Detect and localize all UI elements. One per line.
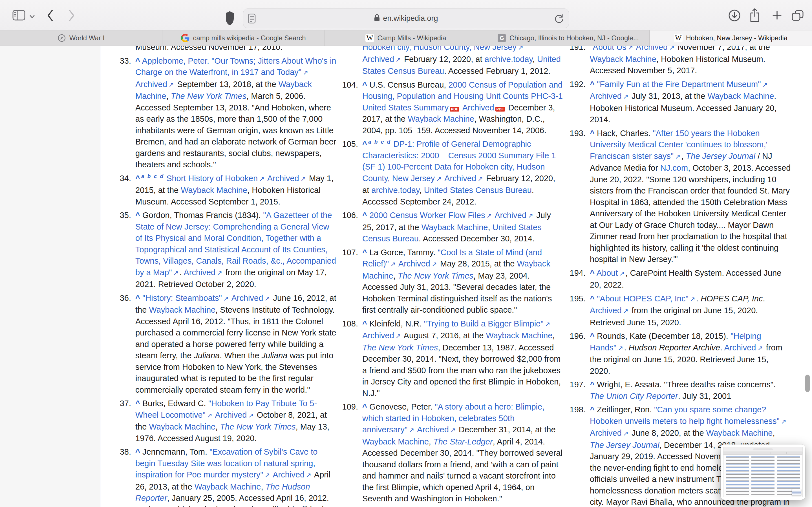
reference-link[interactable]: Archived [495,211,526,220]
wikipedia-favicon: W [365,34,374,42]
tab-2[interactable]: camp mills wikipedia - Google Search [162,31,325,46]
reference-link[interactable]: United States Census Bureau [424,186,532,194]
reference-item: 197.^ Wright, E. Assata. "Three deaths r… [559,379,791,402]
tab-4[interactable]: GChicago, Illinois to Hoboken, NJ - Goog… [487,31,650,46]
reference-link[interactable]: Archived [636,46,668,52]
backlink-caret[interactable]: ^ [362,319,367,328]
content-left-divider [100,46,100,507]
tab-1[interactable]: World War I [0,31,162,46]
reference-link[interactable]: Short History of Hoboken [166,174,258,183]
reference-link[interactable]: "History: Steamboats" [142,293,222,302]
reference-link[interactable]: Wayback Machine [706,429,773,438]
reference-link[interactable]: The New York Times [362,343,438,352]
browser-toolbar: en.wikipedia.org [0,0,812,31]
reference-link[interactable]: Archived [231,293,263,302]
reference-link[interactable]: "A Gazetteer of the State of New Jersey:… [135,211,336,277]
reference-link[interactable]: The Jersey Journal [590,441,659,450]
reference-link[interactable]: "Family Fun at the Fire Department Museu… [597,80,761,89]
reference-link[interactable]: Archived [273,470,305,479]
reference-link[interactable]: Wayback Machine [408,114,474,123]
backlink-caret[interactable]: ^ [590,80,595,89]
backlink-caret[interactable]: ^ [590,129,595,138]
external-link-icon: ↗ [217,269,222,277]
reference-link[interactable]: Archived [267,174,299,183]
backlink-caret[interactable]: ^ [135,399,140,408]
backlink-caret[interactable]: ^ [590,269,595,277]
backlink-caret[interactable]: ^ [135,56,140,65]
reference-link[interactable]: Hoboken city, Hudson County, New Jersey [362,46,516,52]
reference-text-italic: HOPES CAP, Inc [701,294,763,303]
reference-link[interactable]: Archived [184,268,215,277]
external-link-icon: ↗ [396,56,401,63]
backlink-caret[interactable]: ^ [590,380,595,389]
reference-link[interactable]: Archived [724,343,756,352]
reference-link[interactable]: Archived [398,259,430,268]
backlink-caret[interactable]: ^ [362,80,367,89]
chevron-down-icon[interactable] [29,15,35,18]
backlink-caret[interactable]: ^ [135,174,140,183]
reference-link[interactable]: The Union City Reporter [590,392,678,400]
new-tab-icon[interactable] [771,9,783,21]
tab-overview-icon[interactable] [791,10,804,21]
screenshot-preview-thumbnail[interactable] [721,445,805,500]
backlink-caret[interactable]: ^ [135,211,140,220]
reference-link[interactable]: Wayback Machine [590,55,656,64]
shield-icon[interactable] [225,10,235,26]
backlink-letters[interactable]: a b c d [368,139,391,145]
share-icon[interactable] [749,8,760,22]
reference-link[interactable]: The New York Times [171,92,246,101]
reference-link[interactable]: About [596,269,618,277]
reference-link[interactable]: "About Us [590,46,626,52]
tab-3[interactable]: WCamp Mills - Wikipedia [325,31,487,46]
backlink-caret[interactable]: ^ [362,211,367,220]
reference-link[interactable]: The Star-Ledger [434,437,493,446]
forward-icon[interactable] [68,9,75,22]
backlink-caret[interactable]: ^ [590,405,595,414]
reference-link[interactable]: 2000 Census Worker Flow Files [369,211,485,220]
backlink-caret[interactable]: ^ [362,248,367,257]
reference-link[interactable]: "About HOPES CAP, Inc" [597,294,689,303]
reference-link[interactable]: Wayback Machine [486,331,552,340]
reference-link[interactable]: Archived [590,92,622,101]
reference-link[interactable]: Applebome, Peter. [142,56,209,65]
reference-link[interactable]: Wayback Machine [707,92,774,101]
reference-link[interactable]: Archived [590,429,622,438]
reader-icon[interactable] [248,13,256,25]
reference-link[interactable]: The New York Times [398,271,473,280]
reference-link[interactable]: Archived [362,55,394,64]
reference-text: . [763,294,765,303]
backlink-letters[interactable]: a b c d [141,173,164,179]
address-bar[interactable]: en.wikipedia.org [243,8,569,28]
reference-link[interactable]: Archived [590,306,622,315]
vertical-scrollbar-thumb[interactable] [805,375,810,392]
backlink-caret[interactable]: ^ [590,294,595,303]
reference-link[interactable]: Wayback Machine [181,186,247,194]
backlink-caret[interactable]: ^ [135,293,140,302]
reference-link[interactable]: archive.today [485,55,532,64]
reference-link[interactable]: Archived [444,174,476,183]
reference-link[interactable]: Wayback Machine [362,437,429,446]
backlink-caret[interactable]: ^ [362,402,367,411]
backlink-caret[interactable]: ^ [590,332,595,341]
tab-5[interactable]: WHoboken, New Jersey - Wikipedia [650,31,812,46]
reference-link[interactable]: Archived [362,331,394,340]
reference-link[interactable]: NJ.com [660,163,688,172]
reference-link[interactable]: Wayback Machine [149,422,215,431]
reference-link[interactable]: Wayback Machine [195,482,261,491]
refresh-icon[interactable] [554,13,564,25]
reference-link[interactable]: Wayback Machine [421,223,488,232]
reference-link[interactable]: "Trying to Build a Bigger Blimpie" [424,319,543,328]
download-icon[interactable] [728,9,741,22]
reference-link[interactable]: The New York Times [220,422,296,431]
reference-link[interactable]: archive.today [371,186,419,194]
backlink-caret[interactable]: ^ [362,139,367,149]
reference-link[interactable]: Archived [462,103,494,112]
reference-link[interactable]: Wayback Machine [149,305,215,314]
reference-link[interactable]: Archived [417,425,449,434]
reference-link[interactable]: Archived [135,80,167,89]
reference-link[interactable]: The Jersey Journal [686,152,756,161]
reference-link[interactable]: Archived [215,410,247,419]
back-icon[interactable] [46,9,54,22]
sidebar-icon[interactable] [12,10,26,21]
backlink-caret[interactable]: ^ [135,447,140,456]
